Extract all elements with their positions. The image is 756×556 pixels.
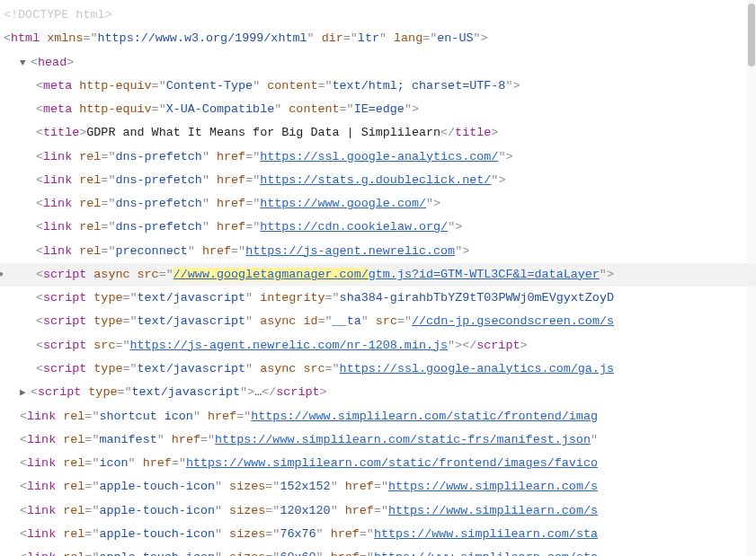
href-link[interactable]: https://www.simplilearn.com/sta	[374, 527, 598, 541]
link-node[interactable]: <link rel="dns-prefetch" href="https://s…	[0, 169, 756, 192]
link-node[interactable]: <link rel="manifest" href="https://www.s…	[0, 428, 756, 452]
meta-node[interactable]: <meta http-equiv="X-UA-Compatible" conte…	[0, 98, 756, 121]
doctype-text: <!DOCTYPE html>	[4, 8, 112, 22]
html-node[interactable]: <html xmlns="https://www.w3.org/1999/xht…	[0, 27, 756, 50]
doctype-node[interactable]: <!DOCTYPE html>	[0, 4, 756, 27]
href-link[interactable]: https://www.simplilearn.com/static-frs/m…	[215, 433, 591, 446]
link-node[interactable]: <link rel="shortcut icon" href="https://…	[0, 405, 756, 428]
link-node[interactable]: <link rel="icon" href="https://www.simpl…	[0, 452, 756, 475]
link-node[interactable]: <link rel="preconnect" href="https://js-…	[0, 240, 756, 263]
href-link[interactable]: https://cdn.cookielaw.org/	[260, 220, 448, 234]
disclosure-triangle-icon[interactable]: ▶	[20, 384, 31, 403]
devtools-elements-panel: <!DOCTYPE html> <html xmlns="https://www…	[0, 0, 756, 556]
disclosure-triangle-icon[interactable]: ▼	[20, 54, 31, 74]
src-link[interactable]: //cdn-jp.gsecondscreen.com/s	[412, 314, 614, 328]
src-link-highlighted[interactable]: //www.googletagmanager.com/	[173, 268, 369, 281]
script-node-collapsed[interactable]: ▶<script type="text/javascript">…</scrip…	[0, 381, 756, 404]
bullet-icon: ●	[0, 266, 4, 284]
href-link[interactable]: https://www.simplilearn.com/s	[388, 504, 598, 517]
ellipsis-icon[interactable]: …	[254, 385, 262, 399]
script-node[interactable]: <script type="text/javascript" async id=…	[0, 310, 756, 333]
title-text: GDPR and What It Means for Big Data | Si…	[86, 126, 440, 139]
link-node[interactable]: <link rel="dns-prefetch" href="https://w…	[0, 192, 756, 216]
href-link[interactable]: https://www.google.com/	[260, 197, 426, 210]
script-node[interactable]: <script src="https://js-agent.newrelic.c…	[0, 334, 756, 357]
head-node[interactable]: ▼<head>	[0, 51, 756, 75]
link-node[interactable]: <link rel="apple-touch-icon" sizes="120x…	[0, 499, 756, 523]
src-link[interactable]: https://ssl.google-analytics.com/ga.js	[340, 362, 614, 375]
title-node[interactable]: <title>GDPR and What It Means for Big Da…	[0, 121, 756, 145]
link-node[interactable]: <link rel="dns-prefetch" href="https://c…	[0, 216, 756, 239]
href-link[interactable]: https://www.simplilearn.com/static/front…	[186, 456, 598, 470]
href-link[interactable]: https://stats.g.doubleclick.net/	[260, 173, 491, 187]
href-link[interactable]: https://www.simplilearn.com/static/front…	[251, 410, 598, 423]
script-node[interactable]: <script type="text/javascript" integrity…	[0, 287, 756, 310]
href-link[interactable]: https://www.simplilearn.com/sta	[374, 551, 598, 556]
href-link[interactable]: https://js-agent.newrelic.com	[245, 244, 455, 258]
script-node-highlighted[interactable]: ● <script async src="//www.googletagmana…	[0, 263, 756, 287]
meta-node[interactable]: <meta http-equiv="Content-Type" content=…	[0, 75, 756, 98]
link-node[interactable]: <link rel="apple-touch-icon" sizes="76x7…	[0, 523, 756, 546]
script-node[interactable]: <script type="text/javascript" async src…	[0, 357, 756, 381]
href-link[interactable]: https://www.simplilearn.com/s	[388, 480, 598, 493]
src-link[interactable]: https://js-agent.newrelic.com/nr-1208.mi…	[130, 339, 449, 352]
link-node[interactable]: <link rel="dns-prefetch" href="https://s…	[0, 146, 756, 169]
href-link[interactable]: https://ssl.google-analytics.com/	[260, 150, 498, 163]
dom-tree: <!DOCTYPE html> <html xmlns="https://www…	[0, 0, 756, 556]
link-node[interactable]: <link rel="apple-touch-icon" sizes="152x…	[0, 475, 756, 499]
link-node[interactable]: <link rel="apple-touch-icon" sizes="60x6…	[0, 546, 756, 556]
